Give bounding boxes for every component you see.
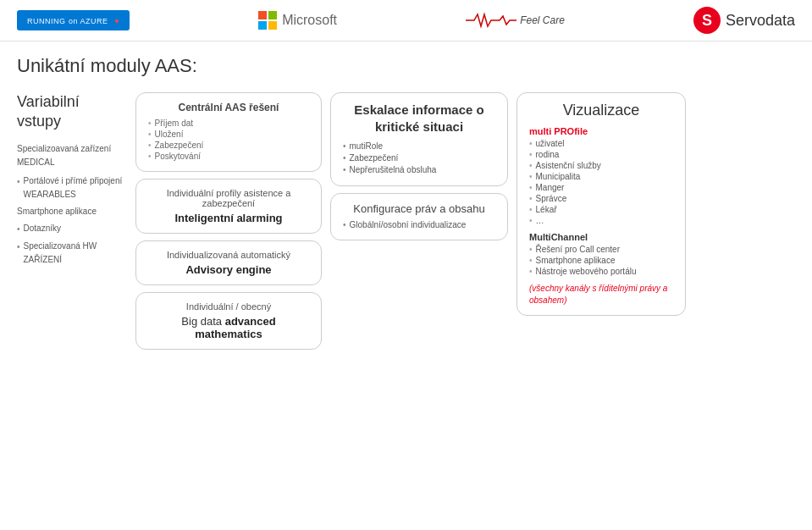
list-item: Poskytování — [148, 152, 309, 161]
servodata-logo: S Servodata — [693, 7, 795, 34]
centralni-aas-column: Centrální AAS řešení Příjem dat Uložení … — [135, 92, 322, 356]
list-item: Uložení — [148, 130, 309, 139]
microsoft-text: Microsoft — [282, 13, 337, 28]
list-item: Asistenční služby — [529, 161, 673, 170]
microsoft-logo: Microsoft — [258, 11, 337, 30]
module-grid: Variabilní vstupy Specializoavaná zaříze… — [17, 92, 795, 356]
central-aas-title: Centrální AAS řešení — [148, 102, 309, 113]
list-item: Globální/osobní individualizace — [343, 220, 495, 229]
alarming-normal-title: Individuální profily asistence a zabezpe… — [148, 188, 309, 208]
servodata-text: Servodata — [726, 12, 795, 30]
central-aas-list: Příjem dat Uložení Zabezpečení Poskytová… — [148, 119, 309, 161]
list-item: Příjem dat — [148, 119, 309, 128]
konfigurace-box: Konfigurace práv a obsahu Globální/osobn… — [330, 193, 508, 240]
vizualizace-column: Vizualizace multi PROfile uživatel rodin… — [516, 92, 686, 316]
list-item: Nástroje webového portálu — [529, 267, 673, 276]
list-item: Municipalita — [529, 172, 673, 181]
azure-on-label: on — [69, 17, 78, 25]
azure-name-text: AZURE — [80, 17, 108, 25]
ms-blue-square — [258, 21, 267, 30]
central-aas-box: Centrální AAS řešení Příjem dat Uložení … — [135, 92, 322, 172]
list-item: Smartphone aplikace — [17, 205, 127, 218]
ms-green-square — [268, 11, 277, 19]
list-item: Specializovaná HW ZAŘÍZENÍ — [17, 240, 127, 267]
variabilni-vstupy-title: Variabilní vstupy — [17, 92, 127, 132]
list-item: Řešení pro Call center — [529, 245, 673, 254]
advisory-normal-title: Individualizovaná automatický — [148, 250, 309, 260]
bigdata-normal-title: Individuální / obecný — [148, 301, 309, 312]
page-title: Unikátní moduly AAS: — [17, 55, 795, 77]
list-item: … — [529, 216, 673, 225]
variabilni-vstupy-column: Variabilní vstupy Specializoavaná zaříze… — [17, 92, 127, 270]
eskalace-items: mutiRole Zabezpečení Nepřerušitelná obsl… — [343, 141, 495, 174]
list-item: Specializoavaná zařízení MEDICAL — [17, 142, 127, 169]
main-content: Unikátní moduly AAS: Variabilní vstupy S… — [0, 41, 812, 365]
bigdata-bold-title: Big data advanced mathematics — [148, 315, 309, 340]
list-item: Lékař — [529, 205, 673, 214]
azure-on-text: on — [69, 17, 80, 25]
list-item: Portálové i přímé připojení WEARABLES — [17, 174, 127, 202]
multiprofile-title: multi PROfile — [529, 126, 673, 136]
list-item: Zabezpečení — [148, 141, 309, 150]
advisory-box: Individualizovaná automatický Advisory e… — [135, 240, 322, 285]
eskalace-box: Eskalace informace o kritické situaci mu… — [330, 92, 508, 186]
header: RUNNING on AZURE ♥ Microsoft Feel Care S… — [0, 0, 812, 41]
list-item: Nepřerušitelná obsluha — [343, 165, 495, 174]
profile-list: uživatel rodina Asistenční služby Munici… — [529, 139, 673, 225]
list-item: Dotazníky — [17, 222, 127, 236]
ms-squares-icon — [258, 11, 277, 30]
ms-red-square — [258, 11, 267, 19]
list-item: uživatel — [529, 139, 673, 148]
azure-running-text: RUNNING — [27, 17, 66, 25]
list-item: rodina — [529, 150, 673, 159]
azure-badge: RUNNING on AZURE ♥ — [17, 10, 130, 30]
vizualizace-title: Vizualizace — [529, 102, 673, 119]
servodata-s-icon: S — [693, 7, 721, 34]
eskalace-column: Eskalace informace o kritické situaci mu… — [330, 92, 508, 240]
multichannel-title: MultiChannel — [529, 232, 673, 242]
heart-icon: ♥ — [114, 17, 119, 25]
feelcare-text: Feel Care — [520, 14, 565, 26]
alarming-box: Individuální profily asistence a zabezpe… — [135, 179, 322, 234]
heartbeat-icon — [466, 12, 516, 29]
feelcare-logo: Feel Care — [466, 12, 565, 29]
bigdata-box: Individuální / obecný Big data advanced … — [135, 292, 322, 350]
konfigurace-title: Konfigurace práv a obsahu — [343, 202, 495, 215]
ms-yellow-square — [268, 21, 277, 30]
list-item: Manger — [529, 183, 673, 192]
multichannel-list: Řešení pro Call center Smartphone aplika… — [529, 245, 673, 276]
vizualizace-box: Vizualizace multi PROfile uživatel rodin… — [516, 92, 686, 316]
advisory-bold-title: Advisory engine — [148, 263, 309, 276]
list-item: Zabezpečení — [343, 153, 495, 163]
list-item: Smartphone aplikace — [529, 256, 673, 265]
variabilni-vstupy-items: Specializoavaná zařízení MEDICAL Portálo… — [17, 142, 127, 267]
konfigurace-items: Globální/osobní individualizace — [343, 220, 495, 229]
eskalace-title: Eskalace informace o kritické situaci — [343, 102, 495, 135]
list-item: Správce — [529, 194, 673, 203]
alarming-bold-title: Inteligentní alarming — [148, 212, 309, 224]
all-channels-note: (všechny kanály s říditelnými právy a ob… — [529, 283, 673, 306]
list-item: mutiRole — [343, 141, 495, 151]
